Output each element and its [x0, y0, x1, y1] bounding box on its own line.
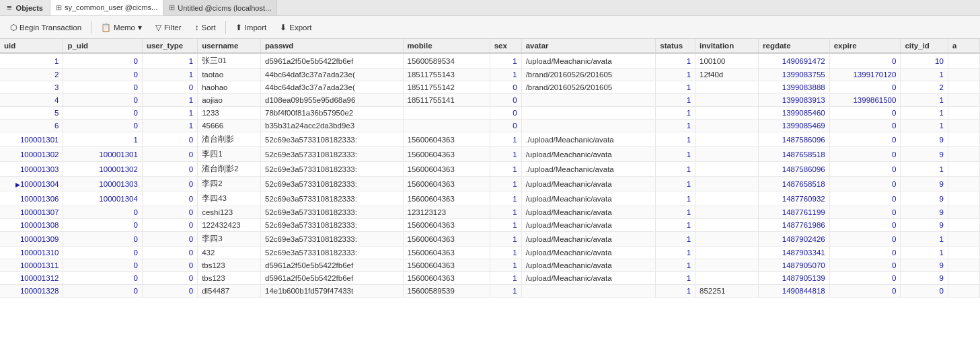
- cell-invitation: [695, 120, 759, 132]
- col-header-user-type[interactable]: user_type: [142, 39, 197, 53]
- col-header-username[interactable]: username: [198, 39, 261, 53]
- separator-2: [225, 21, 226, 34]
- cell-status: 1: [656, 177, 695, 191]
- cell-status: 1: [656, 107, 695, 120]
- table-row[interactable]: 1000013080012243242352c69e3a573310818233…: [0, 219, 980, 232]
- table-row[interactable]: 1000013021000013010李四152c69e3a5733108182…: [0, 147, 980, 162]
- import-label: Import: [245, 24, 267, 32]
- table-row[interactable]: 1000013041000013030李四252c69e3a5733108182…: [0, 177, 980, 191]
- sort-button[interactable]: ↕ Sort: [189, 20, 222, 35]
- cell-a: [948, 259, 979, 272]
- tab-untitled[interactable]: ⊞ Untitled @cicms (localhost...: [163, 0, 277, 15]
- cell-city_id: 9: [901, 191, 948, 206]
- cell-user_type: 1: [142, 94, 197, 107]
- cell-avatar: [521, 285, 656, 298]
- memo-button[interactable]: 📋 Memo ▾: [95, 20, 148, 35]
- table-row[interactable]: 10000130900李四352c69e3a5733108182333:1560…: [0, 232, 980, 247]
- table-container[interactable]: uid p_uid user_type username passwd mobi…: [0, 39, 980, 350]
- export-button[interactable]: ⬇ Export: [274, 20, 317, 35]
- col-header-expire[interactable]: expire: [829, 39, 901, 53]
- cell-p_uid: 0: [63, 232, 142, 247]
- cell-city_id: 1: [901, 247, 948, 259]
- cell-passwd: 52c69e3a5733108182333:: [261, 191, 403, 206]
- col-header-uid[interactable]: uid: [0, 39, 63, 53]
- memo-dropdown-icon: ▾: [138, 23, 142, 32]
- tab-untitled-label: Untitled @cicms (localhost...: [178, 4, 271, 12]
- cell-avatar: [521, 94, 656, 107]
- cell-username: 122432423: [198, 219, 261, 232]
- col-header-avatar[interactable]: avatar: [521, 39, 656, 53]
- cell-passwd: 52c69e3a5733108182333:: [261, 247, 403, 259]
- cell-uid: 100001302: [0, 147, 63, 162]
- table-row[interactable]: 60145666b35b31a24acc2da3bd9e301139908546…: [0, 120, 980, 132]
- cell-city_id: 9: [901, 259, 948, 272]
- cell-invitation: [695, 219, 759, 232]
- cell-invitation: [695, 232, 759, 247]
- cell-invitation: 12f40d: [695, 69, 759, 81]
- col-header-a[interactable]: a: [948, 39, 979, 53]
- cell-p_uid: 100001301: [63, 147, 142, 162]
- filter-label: Filter: [164, 24, 182, 32]
- cell-expire: 0: [829, 53, 901, 69]
- objects-tab-label: Objects: [16, 4, 43, 12]
- col-header-sex[interactable]: sex: [490, 39, 521, 53]
- cell-invitation: [695, 259, 759, 272]
- table-row[interactable]: 10000130110渣台削影52c69e3a5733108182333:156…: [0, 132, 980, 147]
- col-header-passwd[interactable]: passwd: [261, 39, 403, 53]
- filter-button[interactable]: ▽ Filter: [149, 20, 188, 35]
- cell-avatar: [521, 120, 656, 132]
- cell-mobile: 123123123: [403, 206, 490, 219]
- cell-invitation: 852251: [695, 285, 759, 298]
- table-row[interactable]: 10000130700ceshi12352c69e3a5733108182333…: [0, 206, 980, 219]
- col-header-regdate[interactable]: regdate: [759, 39, 830, 53]
- table-icon-2: ⊞: [169, 3, 175, 12]
- cell-status: 1: [656, 272, 695, 285]
- col-header-city-id[interactable]: city_id: [901, 39, 948, 53]
- col-header-invitation[interactable]: invitation: [695, 39, 759, 53]
- tab-sy-common-user[interactable]: ⊞ sy_common_user @cicms...: [50, 0, 163, 15]
- cell-a: [948, 94, 979, 107]
- cell-regdate: 1399085469: [759, 120, 830, 132]
- cell-sex: 1: [490, 272, 521, 285]
- table-row[interactable]: 101张三01d5961a2f50e5b5422fb6ef15600589534…: [0, 53, 980, 69]
- cell-sex: 1: [490, 53, 521, 69]
- cell-user_type: 1: [142, 53, 197, 69]
- cell-mobile: 15600604363: [403, 132, 490, 147]
- cell-uid: 100001312: [0, 272, 63, 285]
- table-row[interactable]: 201taotao44bc64daf3c37a7ada23e(185117551…: [0, 69, 980, 81]
- cell-invitation: [695, 107, 759, 120]
- cell-a: [948, 132, 979, 147]
- col-header-p-uid[interactable]: p_uid: [63, 39, 142, 53]
- table-row[interactable]: 1000013100043252c69e3a5733108182333:1560…: [0, 247, 980, 259]
- cell-user_type: 0: [142, 147, 197, 162]
- cell-regdate: 1487902426: [759, 232, 830, 247]
- cell-expire: 0: [829, 259, 901, 272]
- import-button[interactable]: ⬆ Import: [229, 20, 273, 35]
- cell-user_type: 1: [142, 120, 197, 132]
- cell-user_type: 0: [142, 219, 197, 232]
- col-header-mobile[interactable]: mobile: [403, 39, 490, 53]
- cell-passwd: d5961a2f50e5b5422fb6ef: [261, 53, 403, 69]
- cell-mobile: [403, 107, 490, 120]
- table-row[interactable]: 300haohao44bc64daf3c37a7ada23e(185117551…: [0, 81, 980, 94]
- cell-city_id: 1: [901, 232, 948, 247]
- memo-icon: 📋: [101, 23, 111, 32]
- table-row[interactable]: 10000131100tbs123d5961a2f50e5b5422fb6ef1…: [0, 259, 980, 272]
- cell-expire: 0: [829, 132, 901, 147]
- cell-passwd: 78bf4f00f81a36b57950e2: [261, 107, 403, 120]
- objects-tab[interactable]: ≡ Objects: [0, 0, 50, 15]
- table-row[interactable]: 10000131200tbs123d5961a2f50e5b5422fb6ef1…: [0, 272, 980, 285]
- cell-passwd: 44bc64daf3c37a7ada23e(: [261, 69, 403, 81]
- table-row[interactable]: 401aojiaod108ea09b955e95d68a961851175514…: [0, 94, 980, 107]
- cell-p_uid: 0: [63, 259, 142, 272]
- table-row[interactable]: 1000013061000013040李四4352c69e3a573310818…: [0, 191, 980, 206]
- cell-avatar: /upload/Meachanic/avata: [521, 232, 656, 247]
- cell-username: 张三01: [198, 53, 261, 69]
- table-row[interactable]: 501123378bf4f00f81a36b57950e201139908546…: [0, 107, 980, 120]
- table-body: 101张三01d5961a2f50e5b5422fb6ef15600589534…: [0, 53, 980, 298]
- col-header-status[interactable]: status: [656, 39, 695, 53]
- table-row[interactable]: 10000132800dl5448714e1b600b1fd579f47433t…: [0, 285, 980, 298]
- cell-avatar: [521, 107, 656, 120]
- begin-transaction-button[interactable]: ⬡ Begin Transaction: [4, 20, 87, 35]
- table-row[interactable]: 1000013031000013020渣台削影252c69e3a57331081…: [0, 162, 980, 177]
